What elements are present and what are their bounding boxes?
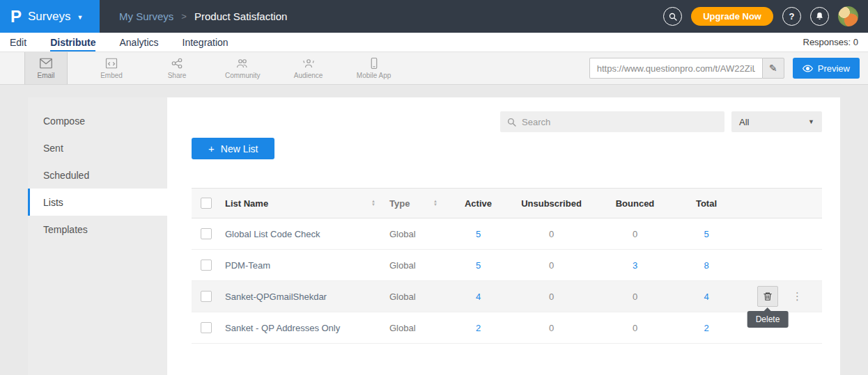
search-button[interactable] xyxy=(663,7,682,26)
upgrade-now-button[interactable]: Upgrade Now xyxy=(691,7,773,26)
sidebar-item-compose[interactable]: Compose xyxy=(28,107,167,134)
breadcrumb-separator-icon: > xyxy=(181,11,187,22)
unsubscribed-count: 0 xyxy=(508,292,595,302)
table-row[interactable]: PDM-TeamGlobal5038⋮ xyxy=(192,250,822,281)
tab-distribute[interactable]: Distribute xyxy=(50,33,95,51)
survey-url-input[interactable] xyxy=(589,58,762,79)
help-button[interactable]: ? xyxy=(782,7,801,26)
tab-edit[interactable]: Edit xyxy=(10,33,26,51)
list-type: Global xyxy=(389,260,449,271)
unsubscribed-count: 0 xyxy=(508,260,595,271)
chevron-down-icon: ▼ xyxy=(77,14,83,21)
channel-label: Email xyxy=(37,72,54,79)
tab-integration[interactable]: Integration xyxy=(183,33,228,51)
select-all-checkbox[interactable] xyxy=(201,198,212,209)
topbar-actions: Upgrade Now ? xyxy=(663,6,868,26)
active-count[interactable]: 2 xyxy=(449,323,508,333)
preview-label: Preview xyxy=(818,63,850,74)
sidebar-item-scheduled[interactable]: Scheduled xyxy=(28,161,167,189)
unsubscribed-count: 0 xyxy=(508,323,595,333)
channel-email[interactable]: Email xyxy=(24,52,68,84)
channel-community[interactable]: Community xyxy=(221,52,265,84)
list-search-input[interactable] xyxy=(522,117,718,127)
column-header-list-name[interactable]: List Name ▲▼ xyxy=(222,198,389,209)
column-header-unsubscribed: Unsubscribed xyxy=(508,198,595,209)
column-header-active: Active xyxy=(449,198,508,209)
channel-label: Community xyxy=(225,72,261,79)
sidebar-item-sent[interactable]: Sent xyxy=(28,134,167,161)
bell-icon xyxy=(815,12,824,21)
product-menu[interactable]: P Surveys ▼ xyxy=(0,0,100,33)
tab-analytics[interactable]: Analytics xyxy=(119,33,158,51)
survey-nav: EditDistributeAnalyticsIntegration Respo… xyxy=(0,33,868,52)
lists-content: All ▼ + New List List Name ▲▼ Type ▲▼ Ac… xyxy=(167,97,840,375)
survey-url-group: ✎ xyxy=(589,58,784,79)
content-top: All ▼ xyxy=(192,111,822,132)
table-row[interactable]: Sanket-QPGmailShekdarGlobal4004Delete⋮ xyxy=(192,281,822,312)
new-list-button[interactable]: + New List xyxy=(192,138,274,159)
total-count[interactable]: 2 xyxy=(675,323,738,333)
row-checkbox[interactable] xyxy=(201,322,212,333)
active-count[interactable]: 5 xyxy=(449,229,508,239)
total-count[interactable]: 5 xyxy=(675,229,738,239)
notifications-button[interactable] xyxy=(810,7,829,26)
delete-button[interactable]: Delete xyxy=(757,286,778,307)
list-name-link[interactable]: PDM-Team xyxy=(225,260,270,271)
bounced-count: 0 xyxy=(595,323,675,333)
table-header: List Name ▲▼ Type ▲▼ Active Unsubscribed… xyxy=(192,188,822,218)
list-type: Global xyxy=(389,229,449,239)
user-avatar[interactable] xyxy=(838,6,858,26)
preview-button[interactable]: Preview xyxy=(793,58,860,79)
channel-audience[interactable]: Audience xyxy=(287,52,330,84)
distribute-toolbar: EmailEmbedShareCommunityAudienceMobile A… xyxy=(0,52,868,85)
list-name-link[interactable]: Sanket-QPGmailShekdar xyxy=(225,292,327,302)
row-checkbox[interactable] xyxy=(201,228,212,239)
bounced-count: 0 xyxy=(595,292,675,302)
bounced-count[interactable]: 3 xyxy=(595,260,675,271)
table-row[interactable]: Global List Code CheckGlobal5005⋮ xyxy=(192,218,822,250)
channel-share[interactable]: Share xyxy=(155,52,199,84)
product-name: Surveys xyxy=(28,10,70,24)
channel-label: Audience xyxy=(294,72,323,79)
search-icon xyxy=(507,118,516,127)
email-sidebar: ComposeSentScheduledListsTemplates xyxy=(28,97,167,375)
list-name-link[interactable]: Sanket - QP Addresses Only xyxy=(225,323,340,333)
list-type: Global xyxy=(389,323,449,333)
row-checkbox[interactable] xyxy=(201,260,212,271)
active-count[interactable]: 4 xyxy=(449,292,508,302)
channel-label: Share xyxy=(168,72,187,79)
column-header-bounced: Bounced xyxy=(595,198,675,209)
column-header-total: Total xyxy=(675,198,738,209)
sort-icon[interactable]: ▲▼ xyxy=(433,200,437,207)
sidebar-item-lists[interactable]: Lists xyxy=(28,189,167,216)
breadcrumb-my-surveys[interactable]: My Surveys xyxy=(119,10,173,22)
email-icon xyxy=(40,57,52,70)
list-filter-dropdown[interactable]: All ▼ xyxy=(731,111,822,132)
unsubscribed-count: 0 xyxy=(508,229,595,239)
pencil-icon: ✎ xyxy=(769,63,777,74)
active-count[interactable]: 5 xyxy=(449,260,508,271)
sidebar-item-templates[interactable]: Templates xyxy=(28,216,167,243)
column-header-type[interactable]: Type ▲▼ xyxy=(389,198,449,209)
more-options-icon[interactable]: ⋮ xyxy=(792,290,803,303)
sort-icon[interactable]: ▲▼ xyxy=(371,200,375,207)
search-icon xyxy=(669,13,677,21)
list-type: Global xyxy=(389,292,449,302)
delete-tooltip: Delete xyxy=(747,311,789,328)
mobile-app-icon xyxy=(368,57,380,70)
toolbar-right: ✎ Preview xyxy=(589,52,868,84)
share-icon xyxy=(171,57,183,70)
row-checkbox[interactable] xyxy=(201,291,212,302)
list-name-link[interactable]: Global List Code Check xyxy=(225,229,320,239)
edit-url-button[interactable]: ✎ xyxy=(762,58,784,79)
channel-mobile-app[interactable]: Mobile App xyxy=(352,52,396,84)
channel-embed[interactable]: Embed xyxy=(90,52,133,84)
total-count[interactable]: 4 xyxy=(675,292,738,302)
total-count[interactable]: 8 xyxy=(675,260,738,271)
table-row[interactable]: Sanket - QP Addresses OnlyGlobal2002⋮ xyxy=(192,312,822,344)
row-actions: Delete⋮ xyxy=(738,286,822,307)
topbar: P Surveys ▼ My Surveys > Product Satisfa… xyxy=(0,0,868,33)
responses-count: Responses: 0 xyxy=(803,37,859,47)
audience-icon xyxy=(302,57,315,70)
main-panel: ComposeSentScheduledListsTemplates All ▼… xyxy=(28,97,840,375)
